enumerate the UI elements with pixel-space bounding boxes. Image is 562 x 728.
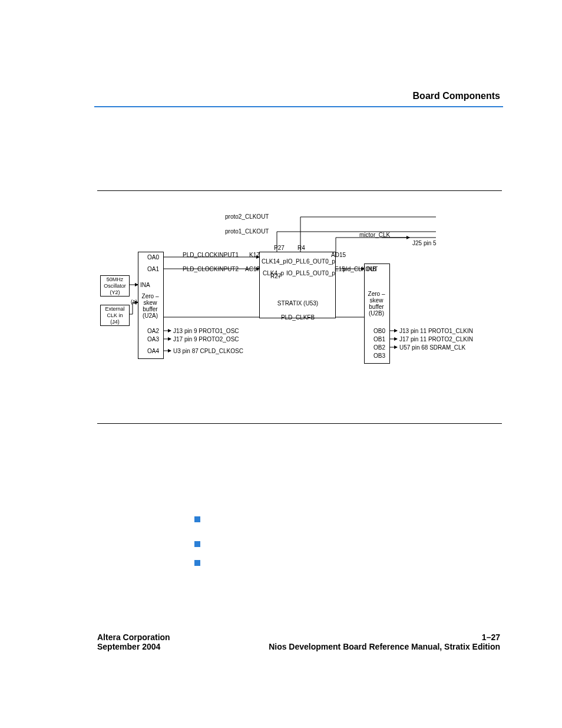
ob0-label: OB0 [373, 328, 385, 334]
io-pll6: IO_PLL6_OUT0_p [286, 258, 335, 265]
pld-clockinput2: PLD_CLOCKINPUT2 [183, 266, 239, 272]
section-header: Board Components [413, 91, 500, 101]
ob2-dest: U57 pin 68 SDRAM_CLK [399, 344, 465, 351]
oscillator-box: 50MHz Oscillator (Y2) [100, 275, 130, 297]
footer-corp: Altera Corporation [97, 633, 170, 642]
oa1-label: OA1 [147, 266, 159, 272]
ob2-label: OB2 [373, 344, 385, 351]
ob1-dest: J17 pin 11 PROTO2_CLKIN [399, 336, 473, 342]
clk4p: CLK4_p [263, 270, 284, 276]
clk14p: CLK14_p [262, 258, 286, 265]
k17: K17 [249, 252, 260, 258]
figure-rule-bottom [97, 423, 502, 424]
proto1-clkout: proto1_CLKOUT [225, 228, 269, 235]
r4: R4 [297, 245, 305, 251]
u2b-label: Zero – skew buffer (U2B) [365, 291, 388, 317]
header-rule [94, 106, 503, 107]
figure-rule-top [97, 190, 502, 191]
oa2-label: OA2 [147, 328, 159, 334]
external-clk-box: External CLK in (J4) [100, 305, 130, 326]
ob0-dest: J13 pin 11 PROTO1_CLKIN [399, 328, 473, 334]
u2a-label: Zero – skew buffer (U2A) [139, 293, 161, 319]
j25-pin5: J25 pin 5 [412, 240, 437, 246]
pld-clkfb-label: PLD_CLKFB [264, 314, 332, 321]
ob1-label: OB1 [373, 336, 385, 342]
oa0-label: OA0 [147, 254, 159, 261]
io-pll5: IO_PLL5_OUT0_p [286, 270, 335, 276]
page: Board Components [0, 0, 562, 728]
footer-left: Altera Corporation September 2004 [97, 633, 170, 651]
footer-right: 1–27 Nios Development Board Reference Ma… [269, 633, 500, 651]
oa4-label: OA4 [147, 348, 159, 354]
list-item [194, 539, 206, 547]
list-item [194, 558, 206, 566]
bullet-list [194, 514, 206, 577]
bullet-icon [194, 560, 200, 566]
footer-date: September 2004 [97, 642, 160, 651]
clock-diagram: 50MHz Oscillator (Y2) External CLK in (J… [100, 197, 500, 377]
p27: P27 [274, 245, 285, 251]
note1: (1) [131, 299, 137, 305]
footer-manual: Nios Development Board Reference Manual,… [269, 642, 500, 651]
ob3-label: OB3 [373, 353, 385, 359]
oa4-dest: U3 pin 87 CPLD_CLKOSC [173, 348, 243, 354]
pld-clockinput1: PLD_CLOCKINPUT1 [183, 252, 239, 258]
ad15: AD15 [331, 252, 346, 258]
pld-clkout: pld_CLKOUT [343, 266, 378, 272]
list-item [194, 514, 206, 522]
oa3-label: OA3 [147, 336, 159, 342]
ina-label: INA [140, 282, 150, 288]
ac17: AC17 [245, 266, 260, 272]
bullet-icon [194, 516, 200, 522]
oa2-dest: J13 pin 9 PROTO1_OSC [173, 328, 239, 334]
bullet-icon [194, 541, 200, 547]
mictor-clk: mictor_CLK [359, 232, 390, 238]
footer-pageno: 1–27 [482, 633, 500, 642]
stratix-label: STRATIX (U53) [264, 300, 332, 307]
proto2-clkout: proto2_CLKOUT [225, 213, 269, 220]
oa3-dest: J17 pin 9 PROTO2_OSC [173, 336, 239, 342]
